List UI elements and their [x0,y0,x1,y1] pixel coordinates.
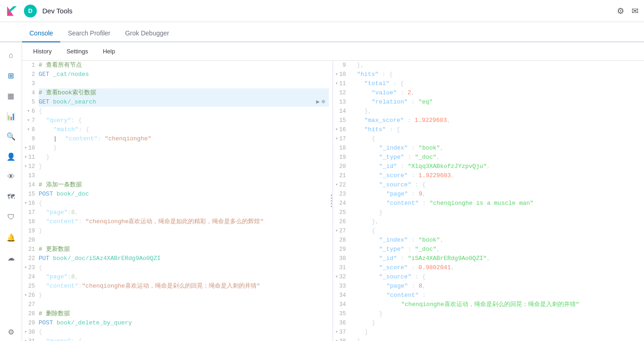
nav-apm-icon[interactable]: 👁 [2,168,20,186]
out-line-19: "_type" : "_doc", [350,153,644,162]
divider-dots [331,195,332,207]
out-line-33: "page" : 8, [350,282,644,291]
ln-25: 25 [24,282,35,291]
oln-34a: 34 [335,291,346,300]
nav-settings-icon[interactable]: ⚙ [2,323,20,341]
nav-discover-icon[interactable]: 🔍 [2,127,20,145]
oln-21: 21 [335,171,346,180]
code-line-9: |"content": "chenqionghe" [39,134,329,144]
ln-18: 18 [24,217,35,226]
mail-icon[interactable]: ✉ [632,6,638,16]
editor-area: 1 2 3 4 5 ▾6 ▾7 ▾8 9 ▾10 ▾11 ▾12 13 14 [22,61,644,341]
tab-grok-debugger[interactable]: Grok Debugger [118,25,177,42]
out-line-31: "_score" : 0.9802041, [350,263,644,272]
out-line-28: "_index" : "book", [350,236,644,245]
ln-19: 19 [24,226,35,236]
code-line-3 [39,79,329,88]
out-line-38: } [350,337,644,341]
nav-siem-icon[interactable]: 🛡 [2,208,20,226]
out-line-16: "hits" : [ [350,125,644,134]
out-line-27: { [350,226,644,236]
nav-uptime-icon[interactable]: 🔔 [2,228,20,247]
code-line-15: POST book/_doc [39,190,329,199]
ln-17: 17 [24,208,35,217]
tab-search-profiler[interactable]: Search Profiler [60,25,118,42]
out-line-25: } [350,208,644,217]
oln-11: ▾11 [335,79,346,88]
toolbar: History Settings Help [22,42,644,61]
main-layout: ⌂ ⊞ ▦ 📊 🔍 👤 👁 🗺 🛡 🔔 ☁ ⚙ History Settings… [0,42,644,341]
out-line-10: "hits" : { [350,70,644,79]
ln-9: 9 [24,134,35,144]
out-line-14: }, [350,107,644,116]
run-button[interactable]: ▶ [316,98,320,107]
oln-31: 31 [335,263,346,272]
oln-19: 19 [335,153,346,162]
ln-8: ▾8 [24,125,35,134]
out-line-32: "_source" : { [350,272,644,282]
ln-10: ▾10 [24,144,35,153]
line-5-actions: ▶ ⊕ [316,98,325,107]
nav-ml-icon[interactable]: 👤 [2,147,20,166]
kibana-logo [6,5,18,17]
oln-29: 29 [335,245,346,254]
oln-30: 30 [335,254,346,263]
nav-home-icon[interactable]: ⌂ [2,46,20,64]
user-avatar[interactable]: D [24,5,37,17]
ln-1: 1 [24,61,35,70]
history-button[interactable]: History [29,46,55,57]
code-line-25: "content":"chenqionghe喜欢运动，绳命是剁么的回晃；绳命是入… [39,282,329,291]
out-line-21: "_score" : 1.9229603, [350,171,644,180]
out-line-12: "value" : 2, [350,88,644,98]
output-area[interactable]: 9 ▾10 ▾11 12 13 14 15 ▾16 ▾17 18 19 20 2… [333,61,644,341]
ln-26: ▾26 [24,291,35,300]
code-line-29: POST book/_delete_by_query [39,318,329,328]
out-line-29: "_type" : "_doc", [350,245,644,254]
oln-17: ▾17 [335,134,346,144]
out-line-24: "content" : "chenqionghe is a muscle man… [350,199,644,208]
ln-13: 13 [24,171,35,180]
nav-maps-icon[interactable]: 🗺 [2,188,20,206]
code-line-7: "query": { [39,116,329,125]
oln-15: 15 [335,116,346,125]
ln-16: ▾16 [24,199,35,208]
oln-24: 24 [335,199,346,208]
oln-26: 26 [335,217,346,226]
ln-12: ▾12 [24,162,35,171]
code-line-11: } [39,153,329,162]
ln-31: ▾31 [24,337,35,341]
oln-33: 33 [335,282,346,291]
code-line-22: PUT book/_doc/iSAz4XABrERdg9Ao0QZI [39,254,329,263]
out-line-13: "relation" : "eq" [350,98,644,107]
nav-dashboard-icon[interactable]: ▦ [2,87,20,105]
settings-icon[interactable]: ⚙ [617,6,624,16]
ln-21: 21 [24,245,35,254]
ln-2: 2 [24,70,35,79]
tab-console[interactable]: Console [22,25,60,42]
code-line-28: # 删除数据 [39,309,329,318]
ln-4: 4 [24,88,35,98]
code-editor[interactable]: 1 2 3 4 5 ▾6 ▾7 ▾8 9 ▾10 ▾11 ▾12 13 14 [22,61,333,341]
ln-20: 20 [24,236,35,245]
oln-36: 36 [335,318,346,328]
panel-divider[interactable] [330,61,333,341]
code-line-14: # 添加一条数据 [39,180,329,190]
out-line-30: "_id" : "iSAz4XABrERdg9Ao0QZI", [350,254,644,263]
oln-12: 12 [335,88,346,98]
copy-button[interactable]: ⊕ [322,98,325,107]
ln-23: ▾23 [24,263,35,272]
oln-25: 25 [335,208,346,217]
nav-devtools-icon[interactable]: ⊞ [2,66,20,85]
oln-9: 9 [335,61,346,70]
code-line-17: "page":8, [39,208,329,217]
nav-visualize-icon[interactable]: 📊 [2,107,20,125]
out-line-34b: "chenqionghe喜欢运动，绳命是剁么的回晃；绳命是入刺的井猜" [350,300,644,309]
code-line-21: # 更新数据 [39,245,329,254]
help-button[interactable]: Help [99,46,119,57]
tabbar: Console Search Profiler Grok Debugger [0,22,644,42]
code-line-1: # 查看所有节点 [39,61,329,70]
out-line-20: "_id" : "Xlqq3XABkofzJYzpvQju", [350,162,644,171]
code-line-13 [39,171,329,180]
nav-logs-icon[interactable]: ☁ [2,249,20,267]
settings-button[interactable]: Settings [63,46,92,57]
